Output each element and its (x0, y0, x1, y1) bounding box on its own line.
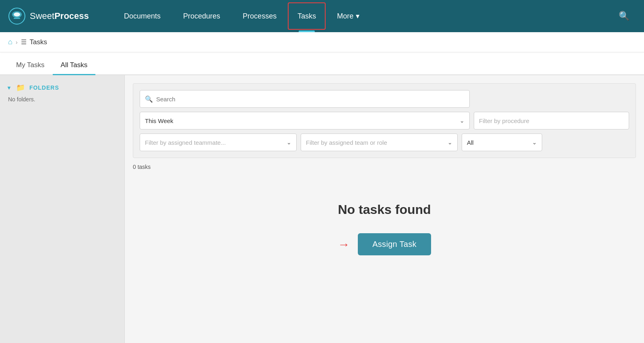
tabs-area: My Tasks All Tasks (0, 56, 644, 75)
breadcrumb-tasks-label: Tasks (30, 38, 47, 46)
team-role-filter-chevron-icon: ⌄ (448, 139, 452, 146)
search-input[interactable] (156, 96, 464, 103)
no-folders-text: No folders. (6, 96, 118, 103)
time-filter-chevron-icon: ⌄ (460, 117, 464, 124)
time-filter-value: This Week (145, 117, 173, 124)
team-role-filter[interactable]: Filter by assigned team or role ⌄ (301, 134, 458, 151)
assign-task-button[interactable]: Assign Task (358, 233, 431, 255)
search-input-wrapper: 🔍 (140, 90, 470, 108)
folders-header[interactable]: ▼ 📁 FOLDERS (6, 83, 118, 92)
no-tasks-title: No tasks found (338, 202, 431, 217)
main-header: SweetProcess Documents Procedures Proces… (0, 0, 644, 32)
tab-all-tasks[interactable]: All Tasks (53, 56, 96, 75)
folder-icon: 📁 (16, 83, 25, 92)
svg-rect-3 (14, 18, 20, 19)
breadcrumb-separator: › (16, 39, 18, 45)
nav-more[interactable]: More ▾ (326, 0, 371, 32)
logo-icon (8, 7, 26, 25)
no-tasks-area: No tasks found → Assign Task (133, 170, 636, 288)
team-role-filter-placeholder: Filter by assigned team or role (306, 139, 387, 146)
nav-documents[interactable]: Documents (113, 0, 172, 32)
arrow-right-icon: → (338, 238, 350, 251)
folders-chevron-icon: ▼ (6, 85, 12, 91)
status-filter-chevron-icon: ⌄ (532, 139, 537, 146)
breadcrumb: ⌂ › ☰ Tasks (0, 32, 644, 52)
search-row: 🔍 (140, 90, 629, 108)
svg-point-2 (14, 12, 20, 16)
filter-row-1: This Week ⌄ Filter by procedure (140, 112, 629, 129)
folders-label: FOLDERS (29, 84, 59, 91)
procedure-filter-placeholder: Filter by procedure (479, 117, 529, 124)
content-area: 🔍 This Week ⌄ Filter by procedure Filter… (125, 75, 644, 343)
nav-procedures[interactable]: Procedures (172, 0, 231, 32)
main-nav: Documents Procedures Processes Tasks Mor… (113, 0, 612, 32)
filters-container: 🔍 This Week ⌄ Filter by procedure Filter… (133, 83, 636, 158)
teammate-filter-placeholder: Filter by assigned teammate... (145, 139, 226, 146)
nav-processes[interactable]: Processes (231, 0, 288, 32)
chevron-down-icon: ▾ (356, 12, 359, 21)
nav-tasks[interactable]: Tasks (288, 2, 326, 30)
status-filter[interactable]: All ⌄ (462, 134, 542, 151)
time-filter[interactable]: This Week ⌄ (140, 112, 470, 129)
home-icon[interactable]: ⌂ (8, 38, 12, 46)
logo-area: SweetProcess (8, 7, 113, 25)
tab-my-tasks[interactable]: My Tasks (8, 56, 53, 75)
assign-row: → Assign Task (338, 233, 431, 255)
search-nav-button[interactable]: 🔍 (612, 11, 636, 21)
main-layout: ▼ 📁 FOLDERS No folders. 🔍 This Week ⌄ (0, 75, 644, 343)
filter-row-2: Filter by assigned teammate... ⌄ Filter … (140, 134, 629, 151)
sidebar: ▼ 📁 FOLDERS No folders. (0, 75, 125, 343)
search-icon: 🔍 (145, 95, 153, 103)
search-icon: 🔍 (619, 11, 630, 21)
tasks-count: 0 tasks (133, 164, 636, 170)
teammate-filter-chevron-icon: ⌄ (287, 139, 291, 146)
status-filter-value: All (467, 139, 474, 146)
logo-text: SweetProcess (30, 11, 89, 21)
teammate-filter[interactable]: Filter by assigned teammate... ⌄ (140, 134, 297, 151)
procedure-filter[interactable]: Filter by procedure (474, 112, 629, 129)
tasks-list-icon: ☰ (21, 38, 27, 46)
